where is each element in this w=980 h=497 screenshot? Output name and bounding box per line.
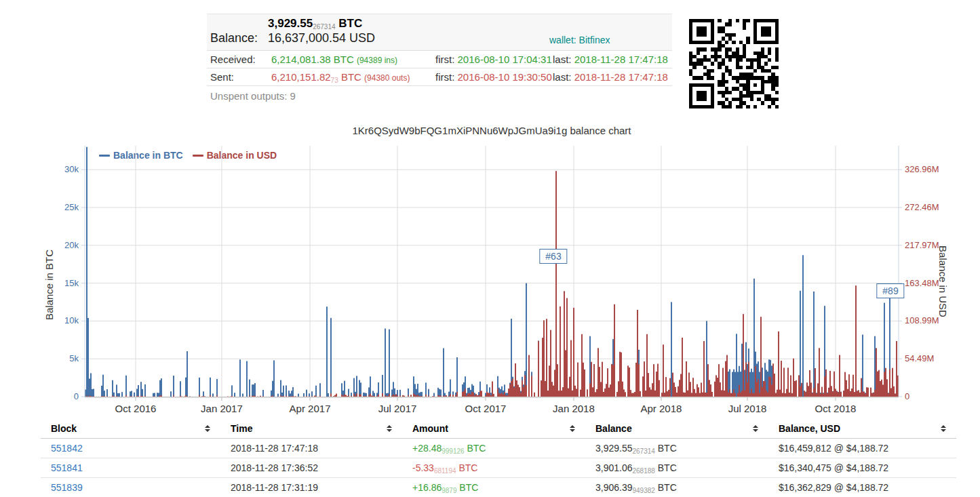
y-left-tick-label: 25k bbox=[64, 202, 79, 212]
y-right-tick-label: 54.49M bbox=[905, 353, 934, 363]
received-row: Received: 6,214,081.38 BTC (94389 ins) f… bbox=[207, 51, 672, 68]
sent-subdigits: 73 bbox=[331, 77, 338, 84]
column-header-balance[interactable]: Balance bbox=[585, 419, 768, 439]
block-link[interactable]: 551842 bbox=[51, 443, 83, 454]
column-header-time[interactable]: Time bbox=[220, 419, 402, 439]
block-link[interactable]: 551841 bbox=[51, 462, 83, 473]
column-header-amount[interactable]: Amount bbox=[402, 419, 585, 439]
tx-balance: 3,929.55267314 BTC bbox=[585, 439, 768, 458]
balance-row: 3,929.55267314 BTC Balance: 16,637,000.5… bbox=[207, 14, 672, 51]
y-left-tick-label: 30k bbox=[64, 164, 79, 174]
wallet-label: wallet: bbox=[549, 35, 576, 45]
tx-balance-usd: $16,459,812 @ $4,188.72 bbox=[768, 439, 956, 458]
block-link[interactable]: 551839 bbox=[51, 482, 83, 493]
tx-amount: +16.869879 BTC bbox=[402, 478, 585, 497]
bars-layer bbox=[85, 147, 899, 397]
tx-time: 2018-11-28 17:36:52 bbox=[220, 458, 402, 478]
sort-icon[interactable] bbox=[570, 425, 575, 432]
sent-last: last: 2018-11-28 17:47:18 bbox=[553, 71, 672, 83]
column-header-label: Time bbox=[231, 423, 252, 434]
tx-amount: -5.33681194 BTC bbox=[402, 458, 585, 478]
table-row: 5518392018-11-28 17:31:19+16.869879 BTC3… bbox=[41, 478, 956, 497]
chart-annotation-89: #89 bbox=[876, 283, 904, 298]
sent-value: 6,210,151.8273 BTC (94380 outs) bbox=[271, 71, 435, 83]
tx-amount: +28.48999126 BTC bbox=[402, 439, 585, 458]
balance-btc-unit: BTC bbox=[338, 17, 362, 30]
axis-layer: 005k54.49M10k108.99M15k163.48M20k217.97M… bbox=[64, 146, 939, 414]
received-count: (94389 ins) bbox=[357, 56, 397, 65]
tx-balance: 3,901.06268188 BTC bbox=[585, 458, 768, 478]
sort-icon[interactable] bbox=[753, 425, 758, 432]
balance-btc-value: 3,929.55 bbox=[268, 17, 313, 30]
y-left-tick-label: 5k bbox=[69, 353, 79, 363]
received-last: last: 2018-11-28 17:47:18 bbox=[553, 54, 672, 65]
tx-balance: 3,906.39949382 BTC bbox=[585, 478, 768, 497]
x-tick-label: Jan 2017 bbox=[201, 403, 243, 414]
y-left-tick-label: 15k bbox=[64, 278, 79, 288]
x-tick-label: Apr 2017 bbox=[290, 403, 331, 414]
x-tick-label: Oct 2017 bbox=[465, 403, 507, 414]
balance-btc-subdigits: 267314 bbox=[313, 23, 335, 31]
chart-annotation-63: #63 bbox=[539, 249, 567, 264]
balance-btc-line: 3,929.55267314 BTC bbox=[207, 17, 672, 31]
table-header-row: BlockTimeAmountBalanceBalance, USD bbox=[41, 419, 956, 439]
sent-row: Sent: 6,210,151.8273 BTC (94380 outs) fi… bbox=[207, 68, 672, 86]
sent-count: (94380 outs) bbox=[364, 73, 410, 83]
y-left-tick-label: 20k bbox=[64, 240, 79, 250]
sort-icon[interactable] bbox=[941, 425, 946, 432]
column-header-label: Block bbox=[51, 423, 77, 434]
tx-balance-usd: $16,362,829 @ $4,188.72 bbox=[768, 478, 956, 497]
column-header-block[interactable]: Block bbox=[41, 419, 220, 439]
received-label: Received: bbox=[210, 54, 271, 65]
column-header-label: Balance bbox=[595, 423, 632, 434]
y-right-tick-label: 163.48M bbox=[905, 278, 939, 288]
transactions-table: BlockTimeAmountBalanceBalance, USD 55184… bbox=[41, 419, 956, 497]
y-right-tick-label: 272.46M bbox=[905, 202, 939, 212]
tx-time: 2018-11-28 17:31:19 bbox=[220, 478, 402, 497]
x-tick-label: Jul 2018 bbox=[728, 403, 767, 414]
sent-label: Sent: bbox=[210, 71, 271, 83]
tx-time: 2018-11-28 17:47:18 bbox=[220, 439, 402, 458]
x-tick-label: Jul 2017 bbox=[378, 403, 417, 414]
column-header-label: Balance, USD bbox=[779, 423, 840, 434]
wallet-link[interactable]: wallet: Bitfinex bbox=[549, 35, 610, 45]
sort-icon[interactable] bbox=[387, 425, 392, 432]
column-header-label: Amount bbox=[412, 423, 448, 434]
y-left-tick-label: 10k bbox=[64, 315, 79, 325]
balance-usd-value: 16,637,000.54 USD bbox=[268, 31, 375, 45]
x-tick-label: Apr 2018 bbox=[641, 403, 682, 414]
balance-chart-plot: 005k54.49M10k108.99M15k163.48M20k217.97M… bbox=[0, 122, 980, 424]
y-right-tick-label: 326.96M bbox=[905, 164, 939, 174]
sort-icon[interactable] bbox=[205, 425, 210, 432]
address-info-panel: 3,929.55267314 BTC Balance: 16,637,000.5… bbox=[207, 14, 672, 102]
received-value: 6,214,081.38 BTC (94389 ins) bbox=[271, 54, 435, 65]
qr-code bbox=[689, 19, 779, 108]
table-row: 5518412018-11-28 17:36:52-5.33681194 BTC… bbox=[41, 458, 956, 478]
balance-label: Balance: bbox=[210, 31, 268, 45]
grid-layer bbox=[85, 146, 899, 397]
y-right-tick-label: 0 bbox=[905, 391, 909, 401]
sent-first: first: 2016-08-10 19:30:50 bbox=[435, 71, 553, 83]
y-axis-title-left: Balance in BTC bbox=[43, 250, 55, 320]
y-axis-title-right: Balance in USD bbox=[937, 245, 949, 317]
tx-balance-usd: $16,340,475 @ $4,188.72 bbox=[768, 458, 956, 478]
y-right-tick-label: 217.97M bbox=[905, 240, 939, 250]
x-tick-label: Oct 2016 bbox=[115, 403, 157, 414]
received-first: first: 2016-08-10 17:04:31 bbox=[435, 54, 553, 65]
x-tick-label: Oct 2018 bbox=[815, 403, 857, 414]
address-page: 3,929.55267314 BTC Balance: 16,637,000.5… bbox=[0, 0, 980, 497]
y-right-tick-label: 108.99M bbox=[905, 315, 939, 325]
unspent-outputs: Unspent outputs: 9 bbox=[207, 86, 672, 102]
wallet-name: Bitfinex bbox=[579, 35, 610, 45]
column-header-balance-usd[interactable]: Balance, USD bbox=[768, 419, 956, 439]
table-row: 5518422018-11-28 17:47:18+28.48999126 BT… bbox=[41, 439, 956, 458]
x-tick-label: Jan 2018 bbox=[553, 403, 595, 414]
y-left-tick-label: 0 bbox=[74, 391, 79, 401]
